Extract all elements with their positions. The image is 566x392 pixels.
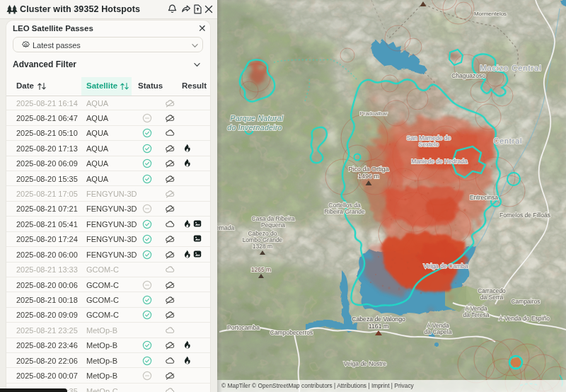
svg-text:© MapTiler © OpenStreetMap con: © MapTiler © OpenStreetMap contributors …: [221, 382, 415, 389]
